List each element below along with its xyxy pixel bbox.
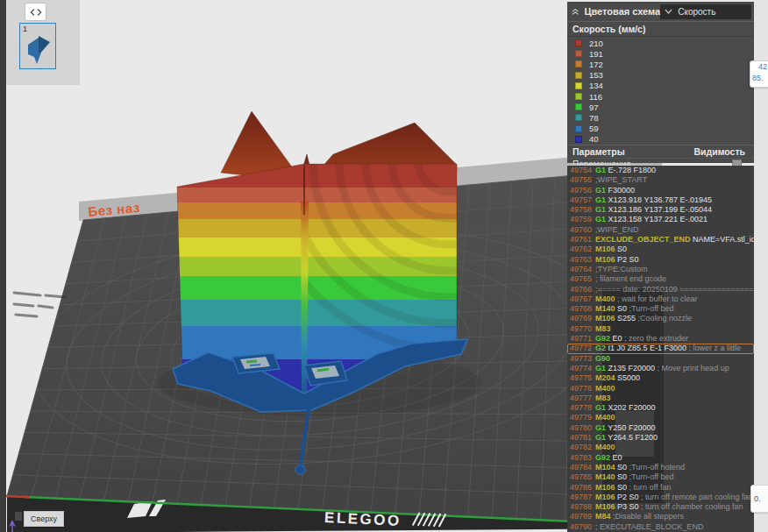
gcode-token: M84 — [595, 512, 611, 521]
gcode-line[interactable]: 49776M400 — [567, 384, 754, 394]
gcode-token: P2 S0 — [617, 493, 639, 501]
gcode-token: E-.728 F1800 — [608, 166, 657, 174]
gcode-token: M400 — [595, 294, 615, 303]
gcode-line-content: M400 ; wait for buffer to clear — [594, 294, 697, 304]
gcode-line[interactable]: 49780G1 Y250 F20000 — [567, 423, 754, 433]
gcode-token: ; turn off chamber cooling fan — [641, 502, 743, 511]
gcode-line-content: M106 P2 S0 — [594, 255, 639, 265]
bed-brand-label: ELEGOO — [324, 509, 402, 529]
measure-value-3: 0. — [754, 494, 761, 503]
gcode-line-number: 49784 — [567, 463, 594, 472]
gcode-token: G1 — [595, 195, 606, 204]
color-scheme-title: Цветовая схема — [584, 6, 660, 17]
gcode-line[interactable]: 49762M106 S0 — [567, 245, 754, 254]
measure-tooltip-top: 42 85. — [750, 60, 768, 88]
gcode-line-content: M106 S0 — [594, 245, 627, 254]
gcode-line[interactable]: 49765; filament end gcode — [567, 274, 754, 284]
gcode-line-number: 49785 — [567, 472, 594, 482]
gcode-line[interactable]: 49773G90 — [567, 354, 754, 364]
gcode-line[interactable]: 49784M104 S0 ;Turn-off hotend — [567, 463, 754, 472]
gcode-line[interactable]: 49782M400 — [567, 443, 754, 452]
gcode-line-content: M83 — [594, 324, 611, 334]
gcode-token: Y264.5 F1200 — [608, 433, 658, 442]
gcode-line[interactable]: 49778G1 X202 F20000 — [567, 403, 754, 413]
gcode-token: X123.918 Y136.787 E-.01945 — [608, 195, 712, 204]
legend-value: 116 — [589, 92, 602, 102]
gcode-line-content: EXCLUDE_OBJECT_END NAME=VFA.stl_id_0_cop… — [594, 235, 754, 245]
legend-item: 97 — [567, 102, 754, 112]
gcode-line[interactable]: 49757G1 X123.918 Y136.787 E-.01945 — [567, 195, 754, 205]
gcode-line[interactable]: 49755;WIPE_START — [567, 175, 754, 185]
gcode-line[interactable]: 49763M106 P2 S0 — [567, 255, 754, 265]
gcode-line-content: G1 X202 F20000 — [594, 403, 656, 413]
measure-value-2: 85. — [750, 73, 768, 84]
gcode-token: S0 — [617, 483, 627, 492]
gcode-line[interactable]: 49779M400 — [567, 413, 754, 422]
gcode-token: M106 — [595, 314, 615, 323]
gcode-token: S255 — [617, 314, 636, 323]
legend-list: 21019117215313411697785940 — [567, 37, 754, 145]
gcode-line[interactable]: 49758G1 X123.186 Y137.199 E-.05044 — [567, 205, 754, 215]
gcode-token: ; zero the extruder — [624, 334, 688, 343]
gcode-line[interactable]: 49783G92 E0 — [567, 453, 754, 463]
collapse-panel-button[interactable] — [25, 3, 46, 21]
gcode-line[interactable]: 49785M140 S0 ;Turn-off bed — [567, 472, 754, 482]
gcode-token: S5000 — [617, 373, 640, 382]
gcode-line[interactable]: 49774G1 Z135 F20000 ; Move print head up — [567, 364, 754, 373]
gcode-token: M83 — [595, 394, 611, 402]
gcode-line-number: 49788 — [567, 502, 594, 512]
gcode-token: M400 — [595, 413, 615, 422]
gcode-line[interactable]: 49769M106 S255 ;Cooling nozzle — [567, 314, 754, 323]
gcode-token: E0 — [613, 453, 622, 462]
axis-x-line — [4, 496, 29, 497]
purge-patch-1 — [232, 353, 280, 373]
gcode-line[interactable]: 49781G1 Y264.5 F1200 — [567, 433, 754, 443]
gcode-line[interactable]: 49766;===== date: 20250109 =============… — [567, 285, 754, 294]
gcode-line-number: 49755 — [567, 175, 594, 185]
gcode-line[interactable]: 49786M106 S0 ; turn off fan — [567, 483, 754, 493]
axis-arrow-icon — [6, 519, 18, 532]
gcode-line[interactable]: 49771G92 E0 ; zero the extruder — [567, 334, 754, 344]
gcode-line-number: 49778 — [567, 403, 594, 413]
gcode-line-number: 49767 — [567, 294, 594, 304]
legend-item: 191 — [567, 48, 754, 59]
gcode-line[interactable]: 49767M400 ; wait for buffer to clear — [567, 294, 754, 304]
gcode-line[interactable]: 49788M106 P3 S0 ; turn off chamber cooli… — [567, 502, 754, 512]
legend-item: 59 — [567, 124, 754, 134]
gcode-token: X123.158 Y137.221 E-.0021 — [608, 215, 708, 223]
gcode-line-content: ; EXECUTABLE_BLOCK_END — [594, 522, 703, 532]
gcode-token: M140 — [595, 472, 615, 481]
gcode-token: ;Turn-off hotend — [629, 463, 686, 472]
gcode-line[interactable]: 49756G1 F30000 — [567, 186, 754, 195]
gcode-line[interactable]: 49764;TYPE:Custom — [567, 265, 754, 274]
legend-swatch — [575, 50, 582, 57]
gcode-line[interactable]: 49777M83 — [567, 394, 754, 403]
double-chevron-up-icon[interactable] — [572, 7, 579, 17]
gcode-token: X202 F20000 — [608, 403, 656, 412]
gcode-line[interactable]: 49759G1 X123.158 Y137.221 E-.0021 — [567, 215, 754, 224]
gcode-line-number: 49762 — [567, 245, 594, 254]
color-scheme-dropdown[interactable]: Скорость — [660, 4, 751, 19]
gcode-line[interactable]: 49790; EXECUTABLE_BLOCK_END — [567, 522, 754, 532]
gcode-line-number: 49776 — [567, 384, 594, 394]
gcode-line[interactable]: 49787M106 P2 S0 ; turn off remote part c… — [567, 493, 754, 502]
legend-swatch — [575, 82, 582, 89]
legend-swatch — [575, 125, 582, 132]
gcode-token: ;WIPE_END — [595, 225, 639, 234]
gcode-line[interactable]: 49761EXCLUDE_OBJECT_END NAME=VFA.stl_id_… — [567, 235, 754, 245]
gcode-line[interactable]: 49775M204 S5000 — [567, 373, 754, 383]
gcode-line[interactable]: 49770M83 — [567, 324, 754, 334]
gcode-line-number: 49774 — [567, 364, 594, 373]
gcode-line[interactable]: 49789M84 ;Disable all steppers — [567, 512, 754, 521]
gcode-line[interactable]: 49760;WIPE_END — [567, 225, 754, 235]
color-scheme-header: Цветовая схема Скорость — [567, 2, 754, 21]
gcode-token: ;Disable all steppers — [613, 512, 684, 521]
plate-thumbnail[interactable]: 1 — [19, 23, 56, 69]
legend-value: 191 — [589, 49, 603, 59]
gcode-line[interactable]: 49768M140 S0 ;Turn-off bed — [567, 304, 754, 314]
measure-value-1: 42 — [750, 61, 768, 73]
gcode-token: S0 — [617, 304, 627, 313]
gcode-line[interactable]: 49772G2 I1 J0 Z85.5 E-1 F3000 ; lower z … — [567, 344, 754, 353]
legend-item: 116 — [567, 91, 754, 102]
gcode-line[interactable]: 49754G1 E-.728 F1800 — [567, 166, 754, 175]
